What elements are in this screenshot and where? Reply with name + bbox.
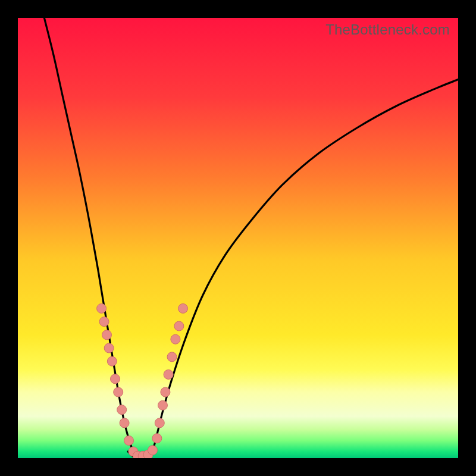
series-right-branch xyxy=(150,80,458,458)
highlight-dot xyxy=(111,374,120,384)
highlight-dot xyxy=(97,303,107,313)
highlight-dot xyxy=(102,330,111,340)
highlight-dot xyxy=(178,303,188,313)
highlight-dot xyxy=(161,387,170,397)
highlight-dot xyxy=(152,434,162,443)
curves-layer xyxy=(18,18,458,458)
highlight-dot xyxy=(174,321,184,331)
highlight-dot xyxy=(155,418,164,428)
highlight-dot xyxy=(167,352,177,362)
highlight-dot xyxy=(124,436,133,445)
highlight-dot xyxy=(164,369,173,379)
highlight-dot xyxy=(148,446,157,455)
highlight-dot xyxy=(171,334,180,344)
highlight-dot xyxy=(114,387,123,397)
chart-frame: TheBottleneck.com xyxy=(0,0,476,476)
highlight-dot xyxy=(120,418,129,428)
highlight-dot xyxy=(158,400,167,410)
highlight-dot xyxy=(107,356,117,366)
highlight-dot xyxy=(117,405,127,415)
highlight-dot xyxy=(99,317,109,327)
highlight-dot xyxy=(104,343,114,353)
watermark-text: TheBottleneck.com xyxy=(325,21,450,38)
plot-area: TheBottleneck.com xyxy=(18,18,458,458)
